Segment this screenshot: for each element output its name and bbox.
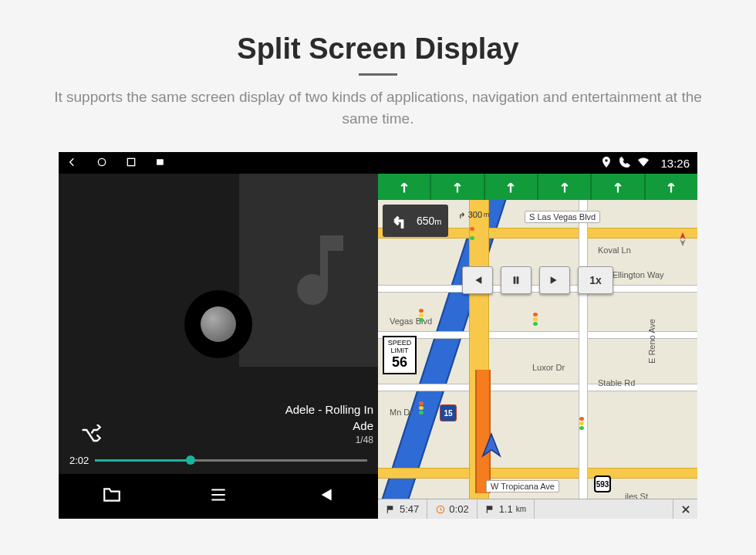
speed-limit-label: SPEED LIMIT xyxy=(384,340,415,355)
music-note-icon xyxy=(274,224,366,316)
svg-rect-2 xyxy=(157,159,163,164)
status-bar: 13:26 xyxy=(59,152,697,174)
street-label: Vegas Blvd xyxy=(386,316,436,327)
next-turn: 300m xyxy=(456,209,490,220)
pause-icon xyxy=(510,274,522,286)
svg-rect-1 xyxy=(127,158,134,165)
location-icon xyxy=(600,156,613,171)
nav-speed-button[interactable]: 1x xyxy=(578,266,613,294)
list-icon xyxy=(208,485,228,505)
street-label: W Tropicana Ave xyxy=(486,480,559,492)
back-icon[interactable] xyxy=(66,156,79,171)
distance-segment[interactable]: 1.1 km xyxy=(478,499,535,519)
duration-value: 0:02 xyxy=(449,503,468,515)
shuffle-button[interactable] xyxy=(80,425,102,446)
turn-right-icon xyxy=(456,209,467,220)
lane-guidance xyxy=(378,174,697,200)
wifi-icon xyxy=(637,156,650,171)
home-icon[interactable] xyxy=(96,156,108,171)
current-position-icon xyxy=(477,431,506,464)
speed-limit-value: 56 xyxy=(384,355,415,371)
music-pane: Adele - Rolling In Ade 1/48 2:02 xyxy=(59,174,378,519)
turn-instruction: 650m 300m xyxy=(383,205,448,237)
shuffle-icon xyxy=(80,425,102,446)
turn-distance: 650 xyxy=(417,215,434,227)
page-subtitle: It supports the same screen display of t… xyxy=(39,86,717,129)
clock-icon xyxy=(435,504,446,515)
nav-close-button[interactable] xyxy=(673,499,697,519)
previous-button[interactable] xyxy=(315,485,335,508)
navigation-pane: S Las Vegas Blvd Koval Ln Duke Ellington… xyxy=(378,174,697,519)
lane-arrow xyxy=(485,174,538,200)
elapsed-time: 2:02 xyxy=(69,455,89,466)
street-label: E Reno Ave xyxy=(646,315,657,367)
turn-unit: m xyxy=(434,217,441,226)
distance-value: 1.1 xyxy=(499,503,513,515)
folder-button[interactable] xyxy=(102,485,122,508)
duration-segment[interactable]: 0:02 xyxy=(427,499,477,519)
recent-apps-icon[interactable] xyxy=(125,156,137,171)
street-label: Luxor Dr xyxy=(528,362,569,373)
page-title: Split Screen Display xyxy=(0,32,756,66)
turn-left-icon xyxy=(389,209,412,232)
street-label: Koval Ln xyxy=(594,245,635,256)
lane-arrow xyxy=(431,174,484,200)
svg-rect-3 xyxy=(387,506,393,509)
interstate-shield: 15 xyxy=(440,404,457,421)
svg-point-0 xyxy=(98,158,105,165)
street-label: Mn Dr xyxy=(386,407,417,418)
folder-icon xyxy=(102,485,122,505)
track-artist: Ade xyxy=(285,418,373,434)
previous-icon xyxy=(471,274,484,286)
track-count: 1/48 xyxy=(285,434,373,446)
nav-media-controls: 1x xyxy=(462,266,613,294)
nav-prev-button[interactable] xyxy=(462,266,493,294)
eta-value: 5:47 xyxy=(400,503,419,515)
progress-bar[interactable]: 2:02 xyxy=(69,451,367,469)
device-frame: 13:26 Adele - Rolling In Ade 1/48 xyxy=(59,152,697,519)
street-label: Stable Rd xyxy=(594,377,639,388)
nav-info-bar: 5:47 0:02 1.1 km xyxy=(378,499,697,519)
svg-rect-7 xyxy=(487,506,492,509)
screenshot-icon[interactable] xyxy=(154,156,167,171)
center-control[interactable] xyxy=(184,290,252,358)
previous-icon xyxy=(315,485,335,505)
close-icon xyxy=(680,504,691,515)
lane-arrow xyxy=(592,174,645,200)
speed-limit-sign: SPEED LIMIT 56 xyxy=(383,336,417,374)
lane-arrow xyxy=(538,174,592,200)
status-time: 13:26 xyxy=(660,157,690,170)
flag-icon xyxy=(485,504,496,515)
compass-icon[interactable] xyxy=(674,231,691,248)
playlist-button[interactable] xyxy=(208,485,228,508)
eta-segment[interactable]: 5:47 xyxy=(378,499,427,519)
album-art-placeholder xyxy=(239,174,401,367)
street-label: S Las Vegas Blvd xyxy=(525,211,600,223)
route-shield: 593 xyxy=(594,475,611,492)
track-metadata: Adele - Rolling In Ade 1/48 xyxy=(285,402,373,446)
map-canvas[interactable]: S Las Vegas Blvd Koval Ln Duke Ellington… xyxy=(378,200,697,499)
distance-unit: km xyxy=(516,505,526,513)
next-icon xyxy=(548,274,561,286)
track-title: Adele - Rolling In xyxy=(285,402,373,418)
title-underline xyxy=(359,73,397,76)
nav-pause-button[interactable] xyxy=(501,266,532,294)
phone-icon xyxy=(619,156,631,171)
lane-arrow xyxy=(646,174,697,200)
nav-next-button[interactable] xyxy=(539,266,570,294)
lane-arrow xyxy=(378,174,431,200)
flag-icon xyxy=(386,504,397,515)
